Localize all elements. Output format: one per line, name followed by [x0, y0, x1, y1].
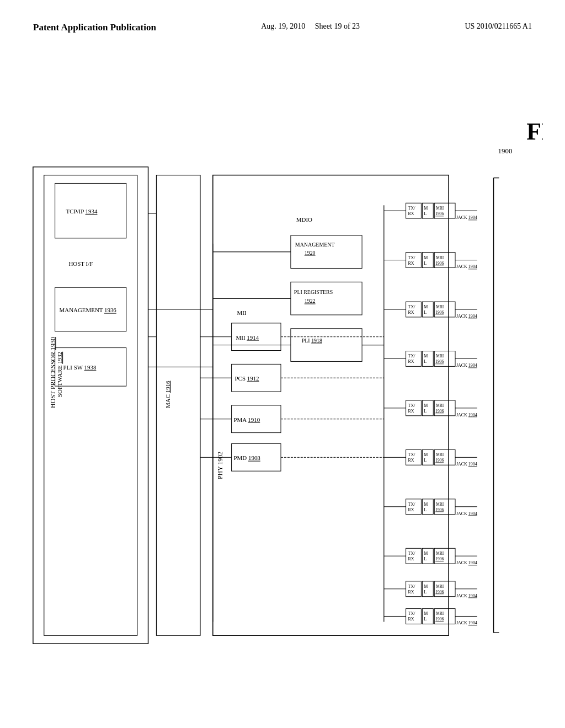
svg-text:M: M	[424, 304, 428, 309]
svg-text:RX: RX	[408, 409, 414, 414]
svg-text:JACK 1904: JACK 1904	[456, 462, 477, 467]
svg-text:MRI: MRI	[436, 502, 444, 507]
publication-info: Aug. 19, 2010 Sheet 19 of 23	[261, 22, 360, 31]
management-1920-num: 1920	[305, 250, 316, 256]
jack-4: TX/ RX M L MRI 1906 JACK 1904	[384, 351, 477, 368]
pli-registers-num: 1922	[305, 298, 316, 304]
svg-text:RX: RX	[408, 261, 414, 266]
pli-registers-label: PLI REGISTERS	[294, 289, 333, 295]
svg-text:1906: 1906	[435, 617, 444, 622]
svg-text:M: M	[424, 452, 428, 457]
svg-rect-12	[291, 282, 362, 315]
svg-text:TX/: TX/	[408, 502, 416, 507]
svg-text:JACK 1904: JACK 1904	[456, 314, 477, 319]
svg-text:L: L	[424, 359, 427, 364]
svg-text:1906: 1906	[435, 359, 444, 364]
txrx-1b: RX	[408, 211, 414, 216]
jack-5: TX/ RX M L MRI 1906 JACK 1904	[384, 400, 477, 417]
mri-1: MRI	[436, 206, 444, 211]
svg-text:TX/: TX/	[408, 354, 416, 358]
svg-text:TX/: TX/	[408, 304, 416, 309]
svg-text:L: L	[424, 310, 427, 315]
sheet-info: Sheet 19 of 23	[315, 22, 360, 30]
svg-text:RX: RX	[408, 617, 414, 622]
mii-outer-label: MII	[237, 309, 247, 316]
label-1900: 1900	[498, 147, 513, 155]
svg-text:JACK 1904: JACK 1904	[456, 264, 477, 269]
tcpip-label: TCP/IP 1934	[66, 208, 97, 215]
svg-text:M: M	[424, 551, 428, 556]
svg-text:MRI: MRI	[436, 354, 444, 358]
mii-label: MII 1914	[236, 334, 259, 341]
phy-label: PHY 1902	[216, 452, 224, 479]
svg-rect-13	[291, 329, 362, 362]
svg-text:MRI: MRI	[436, 551, 444, 556]
pmd-label: PMD 1908	[234, 454, 261, 461]
svg-text:MRI: MRI	[436, 452, 444, 457]
svg-text:MRI: MRI	[436, 584, 444, 589]
svg-text:MRI: MRI	[436, 611, 444, 616]
svg-text:RX: RX	[408, 458, 414, 463]
txrx-1: TX/	[408, 206, 416, 211]
svg-text:TX/: TX/	[408, 584, 416, 589]
mac-label: MAC 1916	[164, 381, 171, 408]
pli-sw-label: PLI SW 1938	[63, 364, 97, 371]
svg-text:MRI: MRI	[436, 304, 444, 309]
svg-text:JACK 1904: JACK 1904	[456, 620, 477, 625]
svg-rect-11	[291, 235, 362, 269]
svg-text:TX/: TX/	[408, 255, 416, 260]
svg-text:L: L	[424, 507, 427, 512]
svg-text:L: L	[424, 458, 427, 463]
pli-label: PLI 1918	[302, 338, 322, 344]
jack-2: TX/ RX M L MRI 1906 JACK 1904	[384, 253, 477, 270]
svg-text:RX: RX	[408, 359, 414, 364]
svg-text:RX: RX	[408, 507, 414, 512]
mdio-label: MDIO	[296, 216, 312, 223]
mri-1num: 1906	[435, 211, 444, 216]
svg-text:RX: RX	[408, 556, 414, 561]
svg-text:1906: 1906	[435, 310, 444, 315]
svg-text:JACK 1904: JACK 1904	[456, 511, 477, 516]
svg-text:MRI: MRI	[436, 403, 444, 408]
svg-text:RX: RX	[408, 310, 414, 315]
page-header: Patent Application Publication Aug. 19, …	[0, 0, 565, 33]
fig-number-label: FIG. 19	[526, 118, 543, 144]
svg-text:1906: 1906	[435, 261, 444, 266]
jack-10: TX/ RX M L MRI 1906 JACK 1904	[384, 609, 477, 626]
jack-6: TX/ RX M L MRI 1906 JACK 1904	[384, 449, 477, 467]
svg-text:TX/: TX/	[408, 403, 416, 408]
jack-8: TX/ RX M L MRI 1906 JACK 1904	[384, 548, 477, 565]
svg-text:1906: 1906	[435, 507, 444, 512]
svg-text:M: M	[424, 255, 428, 260]
jack-1-label: JACK 1904	[456, 215, 477, 220]
svg-text:MRI: MRI	[436, 255, 444, 260]
svg-text:L: L	[424, 556, 427, 561]
svg-text:RX: RX	[408, 590, 414, 595]
ml-1b: L	[424, 211, 427, 216]
svg-rect-1	[44, 175, 137, 636]
svg-text:M: M	[424, 502, 428, 507]
svg-text:JACK 1904: JACK 1904	[456, 560, 477, 565]
management-1936-label: MANAGEMENT 1936	[60, 307, 117, 313]
hostif-label: HOST I/F	[68, 260, 93, 267]
svg-text:TX/: TX/	[408, 551, 416, 556]
svg-text:1906: 1906	[435, 409, 444, 414]
svg-text:M: M	[424, 611, 428, 616]
svg-text:JACK 1904: JACK 1904	[456, 593, 477, 598]
svg-text:JACK 1904: JACK 1904	[456, 413, 477, 417]
svg-text:L: L	[424, 617, 427, 622]
pub-date: Aug. 19, 2010	[261, 22, 305, 30]
management-1920-label: MANAGEMENT	[295, 242, 335, 248]
jack-3: TX/ RX M L MRI 1906 JACK 1904	[384, 302, 477, 319]
svg-text:M: M	[424, 354, 428, 358]
svg-text:TX/: TX/	[408, 611, 416, 616]
jack-7: TX/ RX M L MRI 1906 JACK 1904	[384, 499, 477, 516]
svg-rect-5	[156, 175, 200, 636]
svg-text:TX/: TX/	[408, 452, 416, 457]
svg-text:L: L	[424, 261, 427, 266]
svg-text:M: M	[424, 403, 428, 408]
patent-number: US 2010/0211665 A1	[465, 22, 532, 31]
diagram-svg: FIG. 19 1900 HOST PROCESSOR 1930 SOFTWAR…	[22, 88, 543, 706]
svg-text:1906: 1906	[435, 590, 444, 595]
publication-title: Patent Application Publication	[33, 22, 156, 33]
